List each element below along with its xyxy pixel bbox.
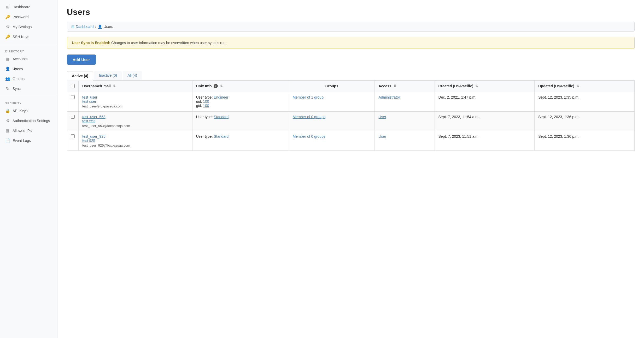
- group-icon: 👥: [5, 76, 10, 81]
- row-checkbox-cell: [67, 131, 79, 151]
- tab-all[interactable]: All (4): [123, 71, 142, 80]
- unix-uid-link[interactable]: 100: [203, 99, 209, 104]
- username-sort-icon[interactable]: ⇅: [113, 84, 115, 88]
- sidebar-item-groups[interactable]: 👥 Groups: [0, 74, 57, 84]
- groups-cell: Member of 0 groups: [289, 112, 375, 131]
- unix-info-cell: User type: Standard: [192, 112, 289, 131]
- grid-icon: ▦: [5, 57, 10, 61]
- breadcrumb: ⊞ Dashboard / 👤 Users: [67, 22, 635, 32]
- sidebar-item-label: Accounts: [13, 57, 28, 61]
- unix-info-cell: User type: Engineeruid: 100gid: 100: [192, 92, 289, 112]
- username-link[interactable]: test_user_553: [82, 115, 106, 119]
- sidebar-item-label: SSH Keys: [13, 35, 29, 39]
- sidebar-item-dashboard[interactable]: ⊞ Dashboard: [0, 2, 57, 12]
- unix-sort-icon[interactable]: ⇅: [220, 84, 223, 88]
- add-user-button[interactable]: Add User: [67, 55, 96, 65]
- dashboard-icon: ⊞: [5, 5, 10, 9]
- user-username-cell: test_user test user test_user@foxpassqa.…: [79, 92, 192, 112]
- sidebar-item-label: Dashboard: [13, 5, 31, 9]
- breadcrumb-home-link[interactable]: ⊞ Dashboard: [71, 25, 94, 29]
- unix-type-link[interactable]: Standard: [214, 115, 229, 119]
- access-cell: Administrator: [375, 92, 435, 112]
- users-breadcrumb-icon: 👤: [98, 25, 102, 29]
- access-link[interactable]: User: [378, 115, 386, 119]
- unix-gid-link[interactable]: 100: [203, 104, 209, 108]
- username-link[interactable]: test_user: [82, 95, 97, 99]
- select-all-checkbox[interactable]: [71, 84, 75, 88]
- updated-sort-icon[interactable]: ⇅: [576, 84, 579, 88]
- updated-cell: Sept. 12, 2023, 1:35 p.m.: [535, 92, 635, 112]
- breadcrumb-current: 👤 Users: [98, 25, 113, 29]
- user-icon: 👤: [5, 67, 10, 71]
- unix-type-link[interactable]: Standard: [214, 134, 229, 138]
- sidebar: ⊞ Dashboard 🔑 Password ⚙ My Settings 🔑 S…: [0, 0, 57, 338]
- sidebar-item-event-logs[interactable]: 📄 Event Logs: [0, 136, 57, 146]
- breadcrumb-home-label: Dashboard: [76, 25, 94, 29]
- access-link[interactable]: User: [378, 134, 386, 138]
- alert-text: Changes to user information may be overw…: [111, 41, 226, 45]
- created-sort-icon[interactable]: ⇅: [475, 84, 478, 88]
- key-icon: 🔑: [5, 15, 10, 19]
- groups-cell: Member of 1 group: [289, 92, 375, 112]
- sidebar-item-label: My Settings: [13, 25, 32, 29]
- user-tabs: Active (4) Inactive (0) All (4): [67, 71, 635, 81]
- username-link[interactable]: test_user_925: [82, 134, 106, 138]
- sidebar-item-users[interactable]: 👤 Users: [0, 64, 57, 74]
- sidebar-item-allowed-ips[interactable]: ▦ Allowed IPs: [0, 126, 57, 136]
- tab-active[interactable]: Active (4): [67, 71, 93, 81]
- unix-info-cell: User type: Standard: [192, 131, 289, 151]
- groups-link[interactable]: Member of 1 group: [293, 95, 324, 99]
- directory-section-label: DIRECTORY: [0, 46, 57, 54]
- unix-type-label: User type:: [196, 134, 214, 138]
- sidebar-item-ssh-keys[interactable]: 🔑 SSH Keys: [0, 32, 57, 42]
- sidebar-item-label: Authentication Settings: [13, 119, 50, 123]
- breadcrumb-separator: /: [95, 25, 96, 29]
- access-sort-icon[interactable]: ⇅: [394, 84, 396, 88]
- th-updated: Updated (US/Pacific) ⇅: [535, 81, 635, 92]
- user-username-cell: test_user_925 test 925 test_user_925@fox…: [79, 131, 192, 151]
- fullname-link[interactable]: test user: [82, 99, 189, 104]
- updated-cell: Sept. 12, 2023, 1:36 p.m.: [535, 131, 635, 151]
- security-section-label: SECURITY: [0, 98, 57, 106]
- sidebar-item-my-settings[interactable]: ⚙ My Settings: [0, 22, 57, 32]
- sidebar-item-api-keys[interactable]: 🔒 API Keys: [0, 106, 57, 116]
- unix-gid-label: gid:: [196, 104, 203, 108]
- users-table: Username/Email ⇅ Unix Info ? ⇅ Groups: [67, 81, 635, 151]
- access-cell: User: [375, 131, 435, 151]
- created-cell: Dec. 2, 2021, 1:47 p.m.: [435, 92, 535, 112]
- th-username-label: Username/Email: [82, 84, 111, 88]
- groups-link[interactable]: Member of 0 groups: [293, 134, 325, 138]
- sidebar-item-auth-settings[interactable]: ⚙ Authentication Settings: [0, 116, 57, 126]
- sidebar-item-password[interactable]: 🔑 Password: [0, 12, 57, 22]
- select-all-header: [67, 81, 79, 92]
- unix-help-icon[interactable]: ?: [214, 84, 218, 88]
- gear-icon: ⚙: [5, 25, 10, 29]
- sidebar-item-label: Allowed IPs: [13, 129, 32, 133]
- user-email: test_user_925@foxpassqa.com: [82, 143, 130, 147]
- unix-type-link[interactable]: Engineer: [214, 95, 228, 99]
- table-row: test_user_925 test 925 test_user_925@fox…: [67, 131, 635, 151]
- access-link[interactable]: Administrator: [378, 95, 400, 99]
- row-0-checkbox[interactable]: [71, 95, 75, 99]
- sidebar-item-sync[interactable]: ↻ Sync: [0, 84, 57, 94]
- created-cell: Sept. 7, 2023, 11:54 a.m.: [435, 112, 535, 131]
- sidebar-item-accounts[interactable]: ▦ Accounts: [0, 54, 57, 64]
- alert-bold-text: User Sync Is Enabled:: [72, 41, 110, 45]
- updated-cell: Sept. 12, 2023, 1:36 p.m.: [535, 112, 635, 131]
- sidebar-item-label: Groups: [13, 77, 25, 81]
- user-email: test_user_553@foxpassqa.com: [82, 124, 130, 128]
- tab-inactive[interactable]: Inactive (0): [94, 71, 122, 80]
- groups-link[interactable]: Member of 0 groups: [293, 115, 325, 119]
- row-1-checkbox[interactable]: [71, 115, 75, 119]
- sidebar-item-label: Password: [13, 15, 28, 19]
- th-username: Username/Email ⇅: [79, 81, 192, 92]
- row-2-checkbox[interactable]: [71, 134, 75, 138]
- access-cell: User: [375, 112, 435, 131]
- fullname-link[interactable]: test 925: [82, 138, 189, 143]
- th-access: Access ⇅: [375, 81, 435, 92]
- created-cell: Sept. 7, 2023, 11:51 a.m.: [435, 131, 535, 151]
- th-access-label: Access: [378, 84, 391, 88]
- fullname-link[interactable]: test 553: [82, 119, 189, 123]
- th-groups: Groups: [289, 81, 375, 92]
- ssh-key-icon: 🔑: [5, 34, 10, 39]
